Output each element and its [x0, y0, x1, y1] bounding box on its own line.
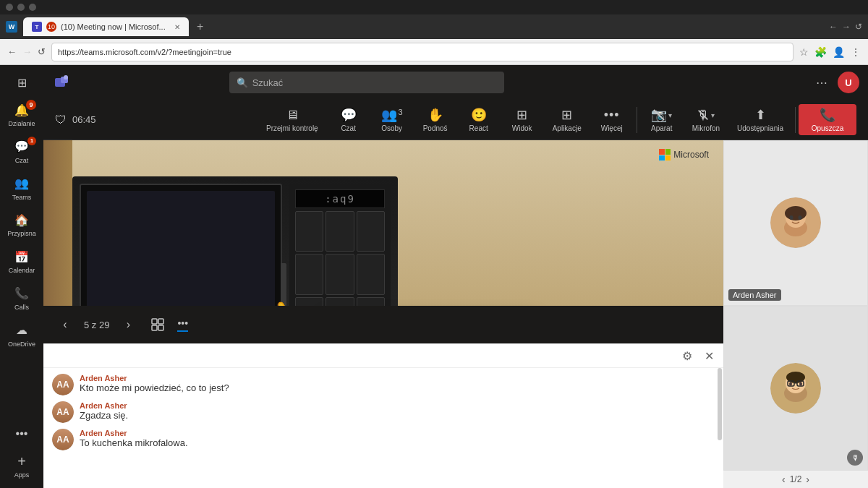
- pagination-prev[interactable]: ‹: [782, 474, 786, 485]
- search-box[interactable]: 🔍 Szukać: [229, 72, 504, 93]
- mic-cross-line: [697, 108, 710, 122]
- panel-display: :aq9: [295, 189, 385, 208]
- apps-toolbar-btn[interactable]: ⊞ Aplikacje: [544, 104, 590, 135]
- participants-grid: Arden Asher: [723, 140, 868, 471]
- browser-control-3[interactable]: [29, 4, 36, 11]
- chat-text-2: Zgadza się.: [80, 410, 715, 421]
- people-btn[interactable]: 👥3 Osoby: [370, 104, 414, 135]
- pagination-next[interactable]: ›: [806, 474, 809, 485]
- people-label: Osoby: [381, 124, 402, 132]
- chat-avatar-2: AA: [52, 401, 74, 423]
- chat-close-btn[interactable]: ✕: [700, 347, 718, 364]
- sidebar-item-calls[interactable]: 📞 Calls: [3, 281, 41, 316]
- camera-btn[interactable]: 📷 ▾ Aparat: [640, 104, 684, 135]
- leave-btn[interactable]: 📞 Opuszcza: [799, 104, 856, 135]
- browser-control-2[interactable]: [17, 4, 25, 11]
- chat-messages: AA Arden Asher Kto może mi powiedzieć, c…: [43, 368, 723, 456]
- browser-nav-back[interactable]: ←: [829, 22, 838, 32]
- participant-avatar-svg-1: [770, 197, 821, 248]
- sender-avatar-3: AA: [52, 429, 74, 450]
- assigned-label: Przypisna: [7, 230, 36, 238]
- more-toolbar-label: Więcej: [601, 124, 623, 132]
- browser-fwd-btn[interactable]: →: [22, 46, 32, 57]
- sidebar-item-onedrive[interactable]: ☁ OneDrive: [3, 317, 41, 353]
- svg-rect-13: [158, 325, 163, 330]
- browser-back-btn[interactable]: ←: [7, 46, 17, 57]
- tab-close-icon[interactable]: ✕: [174, 23, 180, 31]
- browser-nav-forward[interactable]: →: [842, 22, 851, 32]
- slide-counter: 5 z 29: [84, 320, 109, 330]
- browser-reload-btn[interactable]: ↺: [38, 46, 46, 57]
- chat-sender-1: Arden Asher: [80, 374, 715, 382]
- more-btn[interactable]: ••• Więcej: [590, 105, 634, 135]
- sidebar-item-assigned[interactable]: 🏠 Przypisna: [3, 207, 41, 242]
- participant-avatar-1: [770, 197, 821, 248]
- door-window: [87, 191, 275, 306]
- participant-avatar-svg-2: [770, 363, 821, 414]
- browser-tab-bar: W T 10 (10) Meeting now | Microsof... ✕ …: [0, 14, 868, 39]
- sidebar-item-grid[interactable]: ⊞: [3, 69, 41, 95]
- pagination-indicator: 1/2: [790, 474, 802, 484]
- sender-avatar-2: AA: [52, 401, 74, 423]
- mic-btn[interactable]: 🎙 ▾ Mikrofon: [684, 105, 728, 135]
- takeover-label: Przejmi kontrolę: [266, 124, 318, 132]
- browser-ext-icon[interactable]: 🧩: [814, 46, 827, 58]
- new-tab-button[interactable]: +: [192, 18, 209, 35]
- sidebar-item-calendar[interactable]: 📅 Calendar: [3, 244, 41, 279]
- share-btn[interactable]: ⬆ Udostępniania: [728, 104, 792, 135]
- svg-point-18: [790, 215, 793, 220]
- browser-star-icon[interactable]: ☆: [799, 46, 809, 58]
- slide-next-btn[interactable]: ›: [118, 314, 138, 335]
- takeover-btn[interactable]: 🖥 Przejmi kontrolę: [258, 105, 327, 135]
- search-icon: 🔍: [237, 77, 248, 88]
- sidebar-item-more[interactable]: •••: [3, 421, 41, 447]
- browser-menu-icon[interactable]: ⋮: [851, 46, 861, 58]
- view-btn[interactable]: ⊞ Widok: [501, 104, 544, 135]
- leave-label: Opuszcza: [812, 124, 843, 132]
- control-panel: :aq9: [289, 184, 391, 306]
- browser-refresh[interactable]: ↺: [855, 22, 862, 32]
- microsoft-label: Microsoft: [673, 150, 709, 160]
- more-dots-icon: •••: [13, 425, 30, 442]
- microwave-door: [80, 184, 282, 306]
- work-icon: W: [6, 21, 17, 33]
- onedrive-icon: ☁: [13, 322, 30, 339]
- react-label: React: [469, 124, 488, 132]
- slide-container: :aq9: [43, 140, 723, 306]
- chat-scrollbar-thumb[interactable]: [718, 368, 722, 440]
- raise-btn[interactable]: ✋ Podnoś: [414, 104, 457, 135]
- teams-app: ⊞ 🔔 Działanie 9 💬 Czat 1 👥 Teams 🏠 Przyp…: [0, 65, 868, 488]
- address-input[interactable]: https://teams.microsoft.com/v2/?meetingj…: [51, 43, 793, 61]
- participant-name-1: Arden Asher: [728, 289, 781, 301]
- meeting-toolbar: 🛡 06:45 🖥 Przejmi kontrolę 💬 Czat 👥3: [43, 100, 868, 140]
- user-avatar[interactable]: U: [838, 72, 859, 93]
- slide-prev-btn[interactable]: ‹: [55, 314, 75, 335]
- camera-label: Aparat: [651, 124, 672, 132]
- mic-label: Mikrofon: [692, 124, 720, 132]
- chat-sender-2: Arden Asher: [80, 401, 715, 410]
- panel-btn-8: [326, 297, 354, 307]
- slide-grid-view-btn[interactable]: [147, 314, 169, 335]
- sidebar-item-teams[interactable]: 👥 Teams: [3, 171, 41, 206]
- share-icon: ⬆: [755, 107, 766, 123]
- teams-logo-icon: [54, 74, 71, 91]
- browser-account-icon[interactable]: 👤: [833, 46, 845, 58]
- sidebar-item-chat[interactable]: 💬 Czat 1: [3, 134, 41, 169]
- react-btn[interactable]: 🙂 React: [457, 104, 501, 135]
- browser-control-1[interactable]: [6, 4, 13, 11]
- chat-avatar-3: AA: [52, 429, 74, 450]
- svg-point-17: [785, 206, 807, 221]
- chat-scrollbar-track: [718, 368, 722, 488]
- browser-chrome: W T 10 (10) Meeting now | Microsof... ✕ …: [0, 0, 868, 65]
- sidebar-item-activity[interactable]: 🔔 Działanie 9: [3, 97, 41, 132]
- chat-btn[interactable]: 💬 Czat: [327, 104, 370, 135]
- chat-settings-btn[interactable]: ⚙: [678, 347, 696, 364]
- camera-cross-line: [652, 108, 666, 122]
- slide-more-nav-btn[interactable]: •••: [177, 317, 188, 332]
- browser-tab-meeting[interactable]: T 10 (10) Meeting now | Microsof... ✕: [23, 17, 189, 36]
- sidebar-item-apps[interactable]: + Apps: [3, 448, 41, 484]
- ms-sq-yellow: [665, 155, 671, 161]
- calendar-icon: 📅: [13, 248, 30, 265]
- grid-icon: ⊞: [13, 74, 30, 91]
- header-more-btn[interactable]: ⋯: [812, 72, 832, 93]
